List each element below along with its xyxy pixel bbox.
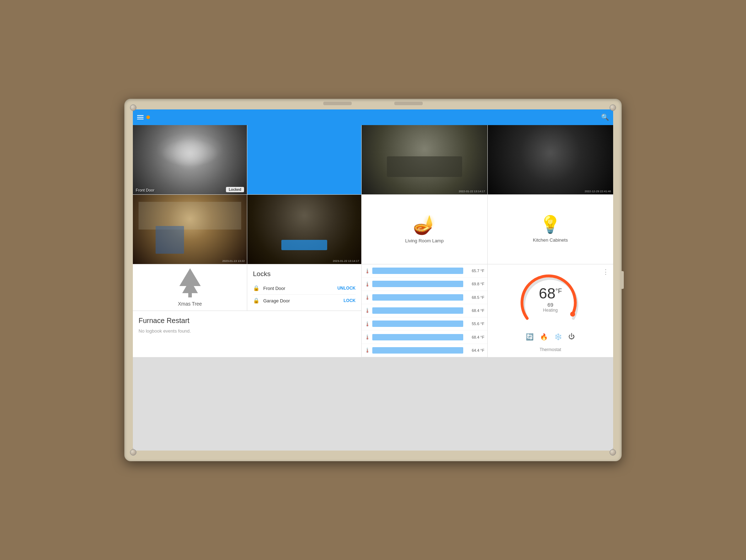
temp-bar-6 bbox=[372, 347, 463, 354]
side-button[interactable] bbox=[620, 271, 624, 289]
tablet-frame: 🔍 Front Door Locked bbox=[124, 99, 622, 461]
screw-tl bbox=[130, 104, 136, 111]
temp-bar-0 bbox=[372, 268, 463, 274]
search-icon[interactable]: 🔍 bbox=[601, 113, 609, 121]
temp-row-4: 🌡️55.6 °F bbox=[362, 317, 487, 330]
lock-icon-garage: 🔒 bbox=[253, 297, 260, 304]
main-grid: Front Door Locked 2022-01-22 13:14:17 20… bbox=[133, 125, 613, 451]
tablet-screen: 🔍 Front Door Locked bbox=[133, 109, 613, 451]
temp-row-5: 🌡️68.4 °F bbox=[362, 330, 487, 344]
temp-value-0: 65.7 °F bbox=[466, 269, 485, 273]
tablet-tab-right bbox=[394, 102, 423, 105]
temp-row-0: 🌡️65.7 °F bbox=[362, 264, 487, 278]
thermostat-menu-icon[interactable]: ⋮ bbox=[602, 268, 609, 276]
temp-bar-3 bbox=[372, 307, 463, 314]
temp-bar-5 bbox=[372, 334, 463, 340]
temp-value-4: 55.6 °F bbox=[466, 322, 485, 326]
living-room-lamp-tile[interactable]: 🪔 Living Room Lamp bbox=[362, 195, 487, 264]
temperature-panel: 🌡️65.7 °F🌡️69.8 °F🌡️68.5 °F🌡️68.4 °F🌡️55… bbox=[362, 264, 487, 357]
xmas-tree-tile[interactable]: Xmas Tree bbox=[133, 264, 247, 311]
garage-timestamp: 2023-01-13 13:22 bbox=[222, 259, 245, 263]
furnace-panel: Furnace Restart No logbook events found. bbox=[133, 311, 361, 357]
thermostat-panel[interactable]: ⋮ 68°F 69 bbox=[488, 264, 613, 357]
camera-blue[interactable] bbox=[247, 125, 361, 194]
temp-sensor-icon-5: 🌡️ bbox=[364, 334, 370, 340]
night-timestamp: 2022-12-29 22:41:46 bbox=[585, 190, 611, 193]
blue-camera-feed bbox=[247, 125, 361, 194]
temp-sensor-icon-2: 🌡️ bbox=[364, 295, 370, 300]
kitchen-cabinets-tile[interactable]: 💡 Kitchen Cabinets bbox=[488, 195, 613, 264]
temp-row-6: 🌡️64.4 °F bbox=[362, 344, 487, 357]
temp-bar-2 bbox=[372, 294, 463, 301]
thermostat-cool-btn[interactable]: ❄️ bbox=[554, 333, 562, 341]
xmas-tree-icon bbox=[179, 268, 201, 297]
unlock-button[interactable]: UNLOCK bbox=[337, 286, 356, 291]
temp-value-3: 68.4 °F bbox=[466, 308, 485, 313]
screw-bl bbox=[130, 449, 136, 456]
camera-garage[interactable]: 2023-01-13 13:22 bbox=[133, 195, 247, 264]
thermostat-heat-btn[interactable]: 🔥 bbox=[540, 333, 548, 341]
screw-br bbox=[610, 449, 616, 456]
cabinet-icon: 💡 bbox=[540, 216, 561, 233]
temp-sensor-icon-4: 🌡️ bbox=[364, 321, 370, 327]
temp-bar-4 bbox=[372, 321, 463, 327]
temp-row-2: 🌡️68.5 °F bbox=[362, 291, 487, 304]
thermostat-dial: 68°F 69 Heating bbox=[520, 272, 580, 325]
temp-value-5: 68.4 °F bbox=[466, 335, 485, 339]
temp-sensor-icon-3: 🌡️ bbox=[364, 308, 370, 313]
driveway-timestamp: 2022-01-22 13:14:17 bbox=[459, 190, 485, 193]
lock-item-front: 🔒 Front Door UNLOCK bbox=[253, 282, 356, 295]
temp-sensor-icon-6: 🌡️ bbox=[364, 348, 370, 353]
furnace-log: No logbook events found. bbox=[139, 328, 356, 334]
xmas-tree-label: Xmas Tree bbox=[178, 301, 202, 307]
lock-item-garage: 🔒 Garage Door LOCK bbox=[253, 295, 356, 307]
camera-driveway[interactable]: 2022-01-22 13:14:17 bbox=[362, 125, 487, 194]
lock-icon-front: 🔒 bbox=[253, 285, 260, 291]
front-door-badge: Locked bbox=[226, 187, 244, 192]
temp-value-1: 69.8 °F bbox=[466, 282, 485, 286]
temp-sensor-icon-0: 🌡️ bbox=[364, 268, 370, 274]
thermostat-refresh-btn[interactable]: 🔄 bbox=[526, 333, 534, 341]
thermostat-label: Thermostat bbox=[540, 347, 561, 352]
temp-bar-1 bbox=[372, 281, 463, 287]
lock-name-front: Front Door bbox=[263, 286, 334, 291]
temp-value-6: 64.4 °F bbox=[466, 348, 485, 352]
thermostat-controls: 🔄 🔥 ❄️ ⏻ bbox=[526, 333, 575, 341]
set-temp-value: 69 bbox=[539, 302, 562, 308]
locks-title: Locks bbox=[253, 270, 356, 278]
tablet-tab-left bbox=[323, 102, 352, 105]
heating-mode: Heating bbox=[539, 308, 562, 313]
lamp-icon: 🪔 bbox=[413, 215, 436, 234]
svg-point-0 bbox=[570, 312, 575, 317]
interior-timestamp: 2023-01-22 13:14:17 bbox=[333, 259, 359, 263]
tablet-tabs bbox=[323, 102, 423, 105]
front-door-label: Front Door bbox=[136, 188, 155, 192]
lock-name-garage: Garage Door bbox=[263, 298, 340, 303]
camera-interior[interactable]: 2023-01-22 13:14:17 bbox=[247, 195, 361, 264]
screw-tr bbox=[610, 104, 616, 111]
lamp-label: Living Room Lamp bbox=[405, 238, 444, 243]
temp-value-2: 68.5 °F bbox=[466, 295, 485, 300]
furnace-title: Furnace Restart bbox=[139, 317, 356, 325]
thermostat-power-btn[interactable]: ⏻ bbox=[568, 333, 575, 340]
notification-dot bbox=[146, 115, 150, 119]
header-left bbox=[137, 115, 150, 119]
camera-night[interactable]: 2022-12-29 22:41:46 bbox=[488, 125, 613, 194]
temp-display: 68°F 69 Heating bbox=[539, 286, 562, 313]
lock-button[interactable]: LOCK bbox=[344, 298, 356, 303]
menu-icon[interactable] bbox=[137, 115, 144, 119]
app-header: 🔍 bbox=[133, 109, 613, 125]
cabinet-label: Kitchen Cabinets bbox=[533, 237, 568, 243]
temp-row-1: 🌡️69.8 °F bbox=[362, 278, 487, 291]
locks-panel: Locks 🔒 Front Door UNLOCK 🔒 Garage Door … bbox=[247, 264, 361, 311]
current-temp-value: 68°F bbox=[539, 286, 562, 301]
temp-sensor-icon-1: 🌡️ bbox=[364, 281, 370, 287]
camera-front-door[interactable]: Front Door Locked bbox=[133, 125, 247, 194]
temp-row-3: 🌡️68.4 °F bbox=[362, 304, 487, 317]
